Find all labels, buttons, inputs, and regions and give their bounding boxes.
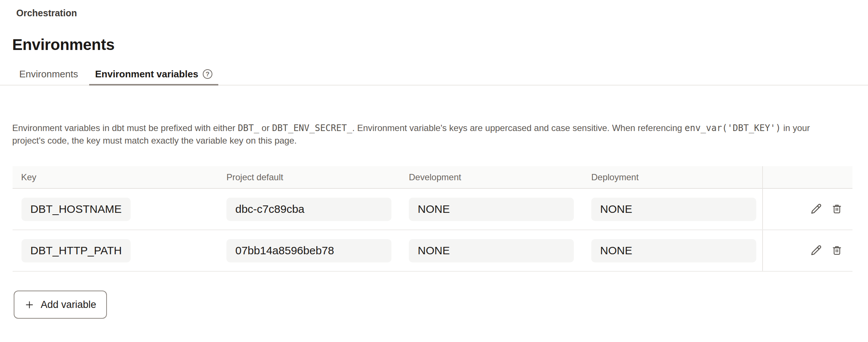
- delete-variable-button[interactable]: [830, 202, 844, 216]
- variable-key-pill: DBT_HOSTNAME: [21, 198, 131, 221]
- deployment-value-pill: NONE: [591, 198, 756, 221]
- tab-environment-variables[interactable]: Environment variables ?: [89, 63, 218, 85]
- description-code-secret-prefix: DBT_ENV_SECRET_: [272, 123, 352, 133]
- table-row: DBT_HOSTNAME dbc-c7c89cba NONE NONE: [13, 189, 852, 230]
- page-description: Environment variables in dbt must be pre…: [12, 122, 826, 147]
- tab-environments[interactable]: Environments: [13, 63, 84, 85]
- add-variable-label: Add variable: [41, 299, 96, 311]
- edit-variable-button[interactable]: [809, 244, 823, 258]
- pencil-icon: [810, 244, 822, 258]
- column-header-deployment: Deployment: [591, 172, 762, 182]
- project-default-value-pill: dbc-c7c89cba: [226, 198, 391, 221]
- deployment-value-pill: NONE: [591, 239, 756, 262]
- development-value-pill: NONE: [409, 198, 574, 221]
- description-text: Environment variables in dbt must be pre…: [12, 123, 238, 133]
- project-default-value-pill: 07bb14a8596beb78: [226, 239, 391, 262]
- table-row: DBT_HTTP_PATH 07bb14a8596beb78 NONE NONE: [13, 230, 852, 272]
- column-header-development: Development: [409, 172, 591, 182]
- tab-environments-label: Environments: [19, 68, 78, 80]
- trash-icon: [831, 244, 843, 257]
- description-text: or: [259, 123, 272, 133]
- tab-bar: Environments Environment variables ?: [0, 63, 868, 86]
- tab-list: Environments Environment variables ?: [0, 63, 868, 85]
- table-header-row: Key Project default Development Deployme…: [13, 166, 852, 189]
- variable-key-pill: DBT_HTTP_PATH: [21, 239, 131, 262]
- pencil-icon: [810, 202, 822, 216]
- trash-icon: [831, 203, 843, 216]
- help-icon[interactable]: ?: [203, 69, 212, 79]
- column-header-project-default: Project default: [226, 172, 409, 182]
- description-code-dbt-prefix: DBT_: [238, 123, 259, 133]
- column-header-key: Key: [13, 172, 226, 182]
- environment-variables-table: Key Project default Development Deployme…: [13, 166, 852, 272]
- column-header-actions: [762, 166, 852, 188]
- add-variable-button[interactable]: Add variable: [14, 291, 107, 319]
- delete-variable-button[interactable]: [830, 244, 844, 258]
- description-code-env-var: env_var('DBT_KEY'): [684, 123, 781, 133]
- page-title: Environments: [12, 36, 868, 54]
- breadcrumb: Orchestration: [0, 0, 868, 18]
- plus-icon: [24, 300, 34, 310]
- development-value-pill: NONE: [409, 239, 574, 262]
- tab-environment-variables-label: Environment variables: [95, 68, 198, 80]
- description-text: . Environment variable's keys are upperc…: [352, 123, 684, 133]
- edit-variable-button[interactable]: [809, 202, 823, 216]
